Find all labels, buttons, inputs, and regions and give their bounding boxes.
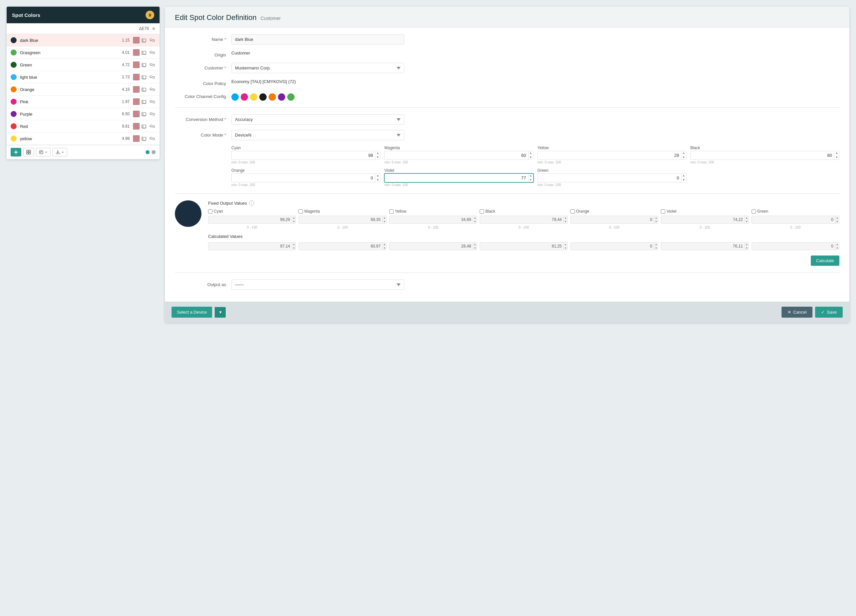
- calc-down-2[interactable]: ▼: [473, 246, 477, 250]
- calc-input-0[interactable]: [208, 243, 291, 250]
- conversion-method-select[interactable]: Accuracy: [231, 114, 404, 124]
- color-item[interactable]: Red 9.81: [7, 120, 160, 132]
- green-input[interactable]: [538, 174, 681, 182]
- fov-down-3[interactable]: ▼: [564, 220, 567, 223]
- fov-checkbox[interactable]: [661, 209, 665, 214]
- fov-input-6[interactable]: [752, 216, 835, 223]
- calc-down-1[interactable]: ▼: [383, 246, 386, 250]
- fov-down-0[interactable]: ▼: [292, 220, 296, 223]
- calc-down-5[interactable]: ▼: [745, 246, 749, 250]
- add-color-btn[interactable]: [11, 148, 21, 157]
- calc-up-3[interactable]: ▲: [564, 243, 567, 246]
- cancel-button[interactable]: ✕ Cancel: [782, 307, 813, 318]
- fov-input-3[interactable]: [480, 216, 563, 223]
- color-item[interactable]: Pink 1.97: [7, 96, 160, 108]
- select-device-button[interactable]: Select a Device: [171, 307, 212, 318]
- magenta-input[interactable]: [385, 151, 528, 160]
- channel-dot[interactable]: [259, 94, 266, 101]
- copy-icon[interactable]: [141, 111, 148, 117]
- yellow-down[interactable]: ▼: [682, 155, 686, 160]
- copy-icon[interactable]: [141, 86, 148, 93]
- calc-input-2[interactable]: [390, 243, 473, 250]
- calc-down-3[interactable]: ▼: [564, 246, 567, 250]
- link-icon[interactable]: [149, 86, 155, 93]
- fov-checkbox[interactable]: [751, 209, 756, 214]
- fov-input-0[interactable]: [208, 216, 291, 223]
- calc-up-5[interactable]: ▲: [745, 243, 749, 246]
- cyan-input[interactable]: [232, 151, 375, 160]
- fov-input-4[interactable]: [571, 216, 654, 223]
- black-up[interactable]: ▲: [834, 151, 839, 155]
- green-down[interactable]: ▼: [682, 178, 686, 183]
- calc-input-3[interactable]: [480, 243, 563, 250]
- fov-checkbox[interactable]: [299, 209, 303, 214]
- link-icon[interactable]: [149, 111, 155, 117]
- violet-input[interactable]: [385, 174, 528, 182]
- fov-checkbox[interactable]: [208, 209, 212, 214]
- link-icon[interactable]: [149, 98, 155, 105]
- customer-select[interactable]: Mustermann Corp.: [231, 63, 404, 73]
- fov-checkbox[interactable]: [570, 209, 575, 214]
- copy-icon[interactable]: [141, 123, 148, 130]
- calc-down-6[interactable]: ▼: [835, 246, 839, 250]
- fov-checkbox[interactable]: [389, 209, 394, 214]
- calc-up-4[interactable]: ▲: [654, 243, 658, 246]
- grid-view-btn[interactable]: [23, 148, 34, 157]
- orange-input[interactable]: [232, 174, 375, 182]
- export-btn[interactable]: [52, 148, 67, 157]
- calculate-button[interactable]: Calculate: [811, 255, 839, 266]
- color-item[interactable]: Orange 4.19: [7, 83, 160, 96]
- violet-down[interactable]: ▼: [528, 178, 533, 183]
- channel-dot[interactable]: [231, 94, 239, 101]
- calc-up-1[interactable]: ▲: [383, 243, 386, 246]
- name-input[interactable]: [231, 34, 404, 45]
- fov-down-5[interactable]: ▼: [745, 220, 749, 223]
- calc-input-4[interactable]: [571, 243, 654, 250]
- link-icon[interactable]: [149, 61, 155, 68]
- fov-up-5[interactable]: ▲: [745, 216, 749, 220]
- orange-up[interactable]: ▲: [375, 174, 380, 178]
- fov-down-6[interactable]: ▼: [835, 220, 839, 223]
- channel-dot[interactable]: [278, 94, 285, 101]
- calc-input-5[interactable]: [661, 243, 744, 250]
- calc-up-6[interactable]: ▲: [835, 243, 839, 246]
- calc-down-0[interactable]: ▼: [292, 246, 296, 250]
- cyan-down[interactable]: ▼: [375, 155, 380, 160]
- output-as-select[interactable]: ——: [231, 280, 404, 290]
- black-down[interactable]: ▼: [834, 155, 839, 160]
- fov-input-5[interactable]: [661, 216, 744, 223]
- copy-icon[interactable]: [141, 74, 148, 80]
- calc-up-2[interactable]: ▲: [473, 243, 477, 246]
- fov-up-3[interactable]: ▲: [564, 216, 567, 220]
- cyan-up[interactable]: ▲: [375, 151, 380, 155]
- fov-input-2[interactable]: [390, 216, 473, 223]
- yellow-up[interactable]: ▲: [682, 151, 686, 155]
- select-device-arrow-button[interactable]: ▼: [215, 307, 226, 318]
- fov-input-1[interactable]: [299, 216, 382, 223]
- calc-up-0[interactable]: ▲: [292, 243, 296, 246]
- link-icon[interactable]: [149, 49, 155, 56]
- link-icon[interactable]: [149, 135, 155, 142]
- calc-down-4[interactable]: ▼: [654, 246, 658, 250]
- magenta-down[interactable]: ▼: [528, 155, 533, 160]
- channel-dot[interactable]: [287, 94, 294, 101]
- link-icon[interactable]: [149, 123, 155, 130]
- fov-down-1[interactable]: ▼: [383, 220, 386, 223]
- menu-icon[interactable]: ≡: [152, 25, 155, 32]
- yellow-input[interactable]: [538, 151, 681, 160]
- orange-down[interactable]: ▼: [375, 178, 380, 183]
- black-input[interactable]: [691, 151, 834, 160]
- violet-up[interactable]: ▲: [528, 174, 533, 178]
- copy-icon[interactable]: [141, 37, 148, 43]
- copy-icon[interactable]: [141, 98, 148, 105]
- filter-btn[interactable]: [36, 148, 51, 157]
- copy-icon[interactable]: [141, 49, 148, 56]
- save-button[interactable]: ✓ Save: [815, 307, 843, 318]
- channel-dot[interactable]: [241, 94, 248, 101]
- link-icon[interactable]: [149, 74, 155, 80]
- copy-icon[interactable]: [141, 61, 148, 68]
- color-item[interactable]: Purple 6.50: [7, 108, 160, 120]
- fov-checkbox[interactable]: [480, 209, 484, 214]
- color-item[interactable]: dark Blue 1.15: [7, 34, 160, 46]
- color-item[interactable]: yellow 4.99: [7, 132, 160, 145]
